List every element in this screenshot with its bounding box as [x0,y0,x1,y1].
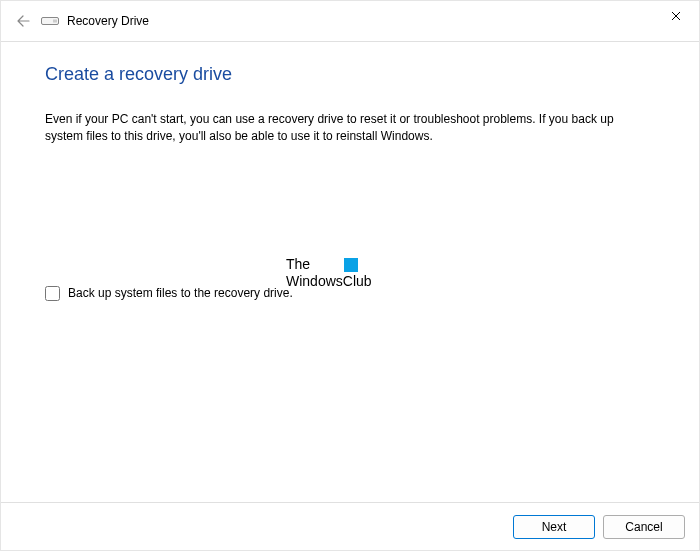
backup-checkbox[interactable] [45,286,60,301]
watermark-square-icon [344,258,358,272]
watermark-line2: WindowsClub [286,273,372,289]
watermark: The WindowsClub [286,256,372,290]
titlebar: Recovery Drive [1,1,699,41]
back-arrow-icon[interactable] [15,13,31,29]
svg-rect-1 [53,20,57,23]
window-title: Recovery Drive [67,14,149,28]
recovery-drive-icon [41,15,59,27]
watermark-line1: The [286,256,310,272]
page-heading: Create a recovery drive [45,64,655,85]
close-icon [671,8,681,24]
close-button[interactable] [653,1,699,31]
backup-checkbox-label: Back up system files to the recovery dri… [68,286,293,300]
footer: Next Cancel [1,502,699,550]
next-button[interactable]: Next [513,515,595,539]
page-description: Even if your PC can't start, you can use… [45,111,635,146]
cancel-button[interactable]: Cancel [603,515,685,539]
